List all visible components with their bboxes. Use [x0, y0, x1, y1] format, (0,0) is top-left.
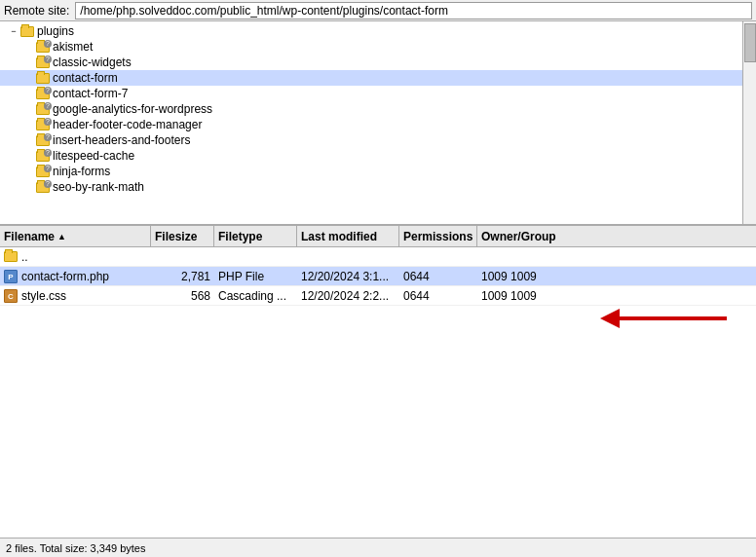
sort-arrow-filename: ▲ [57, 232, 66, 241]
parent-folder-icon [4, 250, 18, 264]
file-cell-lastmod-css: 12/20/2024 2:2... [297, 286, 399, 305]
file-row-style-css[interactable]: style.css 568 Cascading ... 12/20/2024 2… [0, 286, 756, 306]
spacer-icon10 [23, 181, 35, 193]
tree-label-contact-form-7: contact-form-7 [53, 87, 128, 100]
tree-item-insert-headers[interactable]: ? insert-headers-and-footers [0, 132, 742, 148]
tree-scrollbar[interactable] [742, 21, 756, 224]
col-header-filename[interactable]: Filename ▲ [0, 226, 151, 246]
tree-label-insert-headers: insert-headers-and-footers [53, 133, 190, 147]
col-filename-label: Filename [4, 230, 55, 243]
spacer-icon2 [23, 56, 35, 68]
folder-icon-plugins [20, 26, 34, 37]
css-file-icon [4, 289, 18, 303]
type-php: PHP File [218, 270, 264, 283]
filename-php: contact-form.php [21, 270, 109, 283]
file-cell-size-css: 568 [151, 286, 214, 305]
tree-item-plugins[interactable]: − plugins [0, 23, 742, 39]
file-list-panel: Filename ▲ Filesize Filetype Last modifi… [0, 226, 756, 538]
tree-item-google-analytics[interactable]: ? google-analytics-for-wordpress [0, 101, 742, 117]
tree-label-header-footer: header-footer-code-manager [53, 118, 202, 131]
tree-label-plugins: plugins [37, 24, 74, 38]
file-cell-lastmod-php: 12/20/2024 3:1... [297, 267, 399, 285]
tree-item-litespeed[interactable]: ? litespeed-cache [0, 148, 742, 164]
collapse-icon: − [8, 25, 19, 37]
col-header-lastmod[interactable]: Last modified [297, 226, 399, 246]
col-header-perms[interactable]: Permissions [399, 226, 477, 246]
tree-item-seo-rank-math[interactable]: ? seo-by-rank-math [0, 179, 742, 195]
size-css: 568 [191, 289, 210, 303]
owner-css: 1009 1009 [481, 289, 537, 303]
tree-label-akismet: akismet [53, 40, 93, 54]
spacer-icon9 [23, 166, 35, 177]
status-text: 2 files. Total size: 3,349 bytes [6, 542, 146, 554]
arrow-head [600, 309, 620, 328]
file-cell-type-parent [214, 247, 297, 266]
php-file-icon [4, 270, 18, 283]
arrow-line [620, 316, 727, 320]
tree-panel[interactable]: − plugins ? akismet ? [0, 21, 756, 226]
remote-site-label: Remote site: [4, 4, 69, 18]
perms-css: 0644 [403, 289, 430, 303]
spacer-icon [23, 41, 35, 53]
file-list-rows[interactable]: .. [0, 247, 756, 306]
tree-label-contact-form: contact-form [53, 71, 118, 85]
col-filesize-label: Filesize [155, 230, 197, 243]
file-cell-filename-css: style.css [0, 286, 151, 305]
type-css: Cascading ... [218, 289, 286, 303]
lastmod-css: 12/20/2024 2:2... [301, 289, 389, 303]
file-cell-owner-css: 1009 1009 [477, 286, 575, 305]
tree-item-classic-widgets[interactable]: ? classic-widgets [0, 55, 742, 70]
tree-label-seo-rank-math: seo-by-rank-math [53, 180, 144, 194]
col-perms-label: Permissions [403, 230, 472, 243]
folder-icon-contact-form-7: ? [36, 89, 50, 99]
tree-item-contact-form-7[interactable]: ? contact-form-7 [0, 86, 742, 101]
file-row-contact-form-php[interactable]: contact-form.php 2,781 PHP File 12/20/20… [0, 267, 756, 286]
main-container: Remote site: − plugins ? akismet [0, 0, 756, 557]
col-header-filesize[interactable]: Filesize [151, 226, 214, 246]
tree-item-header-footer[interactable]: ? header-footer-code-manager [0, 117, 742, 132]
tree-label-google-analytics: google-analytics-for-wordpress [53, 102, 212, 116]
file-rows-area: .. [0, 247, 756, 538]
folder-icon-header-footer: ? [36, 120, 50, 130]
folder-icon-seo-rank-math: ? [36, 182, 50, 193]
remote-site-path-input[interactable] [75, 2, 752, 19]
file-cell-type-php: PHP File [214, 267, 297, 285]
tree-label-classic-widgets: classic-widgets [53, 56, 132, 69]
tree-item-contact-form[interactable]: contact-form [0, 70, 742, 86]
col-header-filetype[interactable]: Filetype [214, 226, 297, 246]
folder-icon-insert-headers: ? [36, 135, 50, 146]
filename-css: style.css [21, 289, 66, 303]
file-cell-perms-css: 0644 [399, 286, 477, 305]
tree-content: − plugins ? akismet ? [0, 21, 756, 197]
tree-item-ninja-forms[interactable]: ? ninja-forms [0, 164, 742, 179]
file-cell-filename-php: contact-form.php [0, 267, 151, 285]
file-cell-perms-parent [399, 247, 477, 266]
spacer-icon3 [23, 72, 35, 84]
folder-icon-litespeed: ? [36, 151, 50, 162]
file-cell-perms-php: 0644 [399, 267, 477, 285]
red-arrow-annotation [600, 309, 727, 328]
tree-label-ninja-forms: ninja-forms [53, 165, 110, 178]
folder-icon-ninja-forms: ? [36, 167, 50, 177]
status-bar: 2 files. Total size: 3,349 bytes [0, 538, 756, 557]
remote-site-bar: Remote site: [0, 0, 756, 21]
col-header-owner[interactable]: Owner/Group [477, 226, 575, 246]
file-cell-owner-php: 1009 1009 [477, 267, 575, 285]
folder-icon-contact-form [36, 73, 50, 84]
file-cell-size-php: 2,781 [151, 267, 214, 285]
tree-scroll-thumb[interactable] [744, 23, 756, 62]
folder-icon-akismet: ? [36, 42, 50, 53]
spacer-icon4 [23, 88, 35, 99]
file-list-header: Filename ▲ Filesize Filetype Last modifi… [0, 226, 756, 247]
file-cell-owner-parent [477, 247, 575, 266]
folder-icon-classic-widgets: ? [36, 57, 50, 68]
tree-item-akismet[interactable]: ? akismet [0, 39, 742, 55]
spacer-icon6 [23, 119, 35, 130]
file-cell-type-css: Cascading ... [214, 286, 297, 305]
file-cell-size-parent [151, 247, 214, 266]
spacer-icon7 [23, 134, 35, 146]
file-cell-filename-parent: .. [0, 247, 151, 266]
spacer-icon8 [23, 150, 35, 162]
file-row-parent[interactable]: .. [0, 247, 756, 267]
spacer-icon5 [23, 103, 35, 115]
